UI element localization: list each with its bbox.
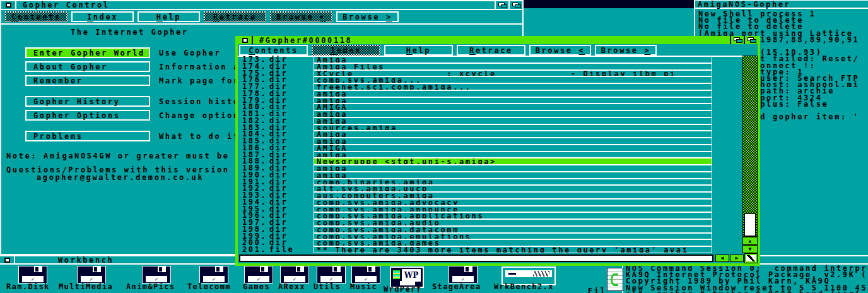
depth-gadget-icon[interactable]: [508, 1, 522, 9]
list-item[interactable]: amiga: [314, 111, 712, 117]
list-item[interactable]: amiga: [314, 117, 712, 124]
vertical-scrollbar[interactable]: [742, 56, 758, 237]
list-item[interactable]: freenet.sci.comp.amiga...: [314, 83, 712, 90]
button-retrace[interactable]: Retrace: [457, 45, 525, 56]
menu-button-gopher-options[interactable]: Gopher Options: [25, 110, 150, 121]
list-row[interactable]: 199.dircomp.sys.amiga.emulations: [239, 233, 716, 240]
list-row[interactable]: 190.diramiga: [239, 172, 716, 179]
list-item[interactable]: comp.sys.amiga.games: [314, 239, 712, 246]
list-item[interactable]: aus.computers.amiga: [314, 192, 712, 199]
close-icon[interactable]: [1, 1, 16, 9]
list-row[interactable]: 184.dirAmiga: [239, 131, 716, 138]
list-item[interactable]: Amiga: [314, 56, 712, 63]
list-item[interactable]: amiga: [314, 165, 712, 172]
button-browse->[interactable]: Browse >: [595, 45, 657, 56]
list-row[interactable]: 181.diramiga: [239, 111, 716, 117]
list-row[interactable]: 182.diramiga: [239, 117, 716, 124]
list-row[interactable]: 200.dircomp.sys.amiga.games: [239, 239, 716, 246]
list-item[interactable]: Amiga Files: [314, 63, 712, 70]
zoom-gadget-icon[interactable]: [495, 1, 508, 9]
scroll-up-icon[interactable]: ▲: [742, 237, 758, 245]
list-row[interactable]: 192.diralt.sys.amiga.uucp: [239, 185, 716, 192]
list-item[interactable]: amiga: [314, 172, 712, 179]
list-item[interactable]: comp.sys.amiga.advocacy: [314, 199, 712, 206]
list-row[interactable]: 177.dirfreenet.sci.comp.amiga...: [239, 83, 716, 90]
list-row[interactable]: 191.dircomp.binaries.amiga: [239, 179, 716, 186]
close-icon[interactable]: [0, 256, 15, 263]
gopher-results-titlebar[interactable]: #Gopher#0000118: [238, 36, 758, 44]
scrollbar-thumb[interactable]: [744, 213, 756, 236]
list-row[interactable]: 179.diramiga: [239, 97, 716, 104]
list-item[interactable]: comp.binaries.amiga: [314, 179, 712, 186]
disk-icon-music[interactable]: ✓: [352, 266, 380, 283]
nos-program-icon[interactable]: [607, 268, 623, 291]
list-item[interactable]: Amiga: [314, 131, 712, 138]
list-item[interactable]: comp.sys.amiga.applications: [314, 212, 712, 219]
scroll-left-icon[interactable]: ◀: [715, 254, 729, 262]
resize-gadget-icon[interactable]: [744, 253, 758, 263]
scroll-down-icon[interactable]: ▼: [742, 245, 758, 253]
list-item[interactable]: XCycle : xcycle - Display ilbm pi: [314, 70, 712, 77]
list-row[interactable]: 185.diramiga: [239, 138, 716, 145]
list-row[interactable]: 187.diramiga: [239, 152, 716, 158]
list-row[interactable]: 176.dircomp.sys.amiga...: [239, 76, 716, 83]
button-contents[interactable]: Contents: [239, 45, 308, 56]
menu-button-problems[interactable]: Problems: [25, 131, 150, 141]
list-row[interactable]: 180.dirAMIGA: [239, 104, 716, 111]
list-row[interactable]: 178.diramiga: [239, 90, 716, 97]
list-item[interactable]: amiga: [314, 90, 712, 97]
list-item[interactable]: amiga: [314, 97, 712, 104]
list-item[interactable]: amiga: [314, 152, 712, 158]
list-item[interactable]: comp.sys.amiga...: [314, 76, 712, 83]
list-row[interactable]: 186.dirAMIGA: [239, 145, 716, 152]
disk-icon-telecomm[interactable]: ✓: [200, 266, 228, 283]
list-row[interactable]: 193.diraus.computers.amiga: [239, 192, 716, 199]
list-row[interactable]: 197.dircomp.sys.amiga.audio: [239, 219, 716, 226]
menu-button-about-gopher[interactable]: About Gopher: [25, 61, 150, 72]
list-item[interactable]: alt.sys.amiga.uucp: [314, 185, 712, 192]
list-row[interactable]: 188.dirNewsgruppe <stgt.uni-s.amiga>: [239, 158, 716, 165]
disk-icon-games[interactable]: ✓: [245, 266, 273, 283]
list-item[interactable]: comp.sys.amiga.announce: [314, 206, 712, 213]
menu-button-enter-gopher-world[interactable]: Enter Gopher World: [25, 47, 150, 58]
list-item[interactable]: ** There are 3403 more items matching th…: [314, 246, 712, 253]
button-browse->[interactable]: Browse >: [336, 11, 399, 22]
list-item[interactable]: sources.amiga: [314, 124, 712, 131]
depth-gadget-icon[interactable]: [744, 36, 758, 44]
disk-icon-utils[interactable]: ✓: [317, 266, 345, 283]
close-icon[interactable]: [238, 36, 253, 44]
zoom-gadget-icon[interactable]: [730, 36, 744, 44]
list-item[interactable]: AMIGA: [314, 104, 712, 111]
list-row[interactable]: 189.diramiga: [239, 165, 716, 172]
disk-icon-ram-disk[interactable]: ✓: [19, 266, 47, 283]
horizontal-scrollbar[interactable]: [239, 254, 713, 262]
list-row[interactable]: 198.dircomp.sys.amiga.datacomm: [239, 226, 716, 233]
list-row[interactable]: 175.dirXCycle : xcycle - Display ilbm pi: [239, 70, 716, 77]
list-item[interactable]: amiga: [314, 138, 712, 145]
disk-icon-arexx[interactable]: ✓: [281, 266, 308, 283]
list-row[interactable]: 196.dircomp.sys.amiga.applications: [239, 212, 716, 219]
disk-icon-multimedia[interactable]: ✓: [78, 266, 105, 283]
list-item[interactable]: AMIGA: [314, 145, 712, 152]
list-row[interactable]: 174.dirAmiga Files: [239, 63, 716, 70]
gopher-control-titlebar[interactable]: Gopher Control: [1, 1, 522, 10]
menu-button-gopher-history[interactable]: Gopher History: [25, 96, 150, 107]
list-item-selected[interactable]: Newsgruppe <stgt.uni-s.amiga>: [314, 158, 712, 165]
scroll-right-icon[interactable]: ▶: [730, 254, 744, 262]
disk-icon-anim-pics[interactable]: ✓: [143, 266, 170, 283]
list-row[interactable]: 195.dircomp.sys.amiga.announce: [239, 206, 716, 213]
button-help[interactable]: Help: [384, 45, 453, 56]
list-item[interactable]: comp.sys.amiga.emulations: [314, 233, 712, 240]
list-row[interactable]: 201.file** There are 3403 more items mat…: [239, 246, 716, 253]
list-item[interactable]: comp.sys.amiga.datacomm: [314, 226, 712, 233]
list-item[interactable]: comp.sys.amiga.audio: [314, 219, 712, 226]
button-browse-[interactable]: Browse <: [529, 45, 591, 56]
button-help[interactable]: Help: [138, 11, 200, 22]
list-row[interactable]: 173.dirAmiga: [239, 56, 716, 63]
amiganos-titlebar[interactable]: AmigaNOS-Gopher: [695, 1, 868, 9]
disk-icon-stagearea[interactable]: ✓: [449, 266, 477, 283]
list-row[interactable]: 183.dirsources.amiga: [239, 124, 716, 131]
menu-button-remember[interactable]: Remember: [25, 75, 150, 86]
button-index[interactable]: Index: [71, 11, 134, 22]
list-row[interactable]: 194.dircomp.sys.amiga.advocacy: [239, 199, 716, 206]
